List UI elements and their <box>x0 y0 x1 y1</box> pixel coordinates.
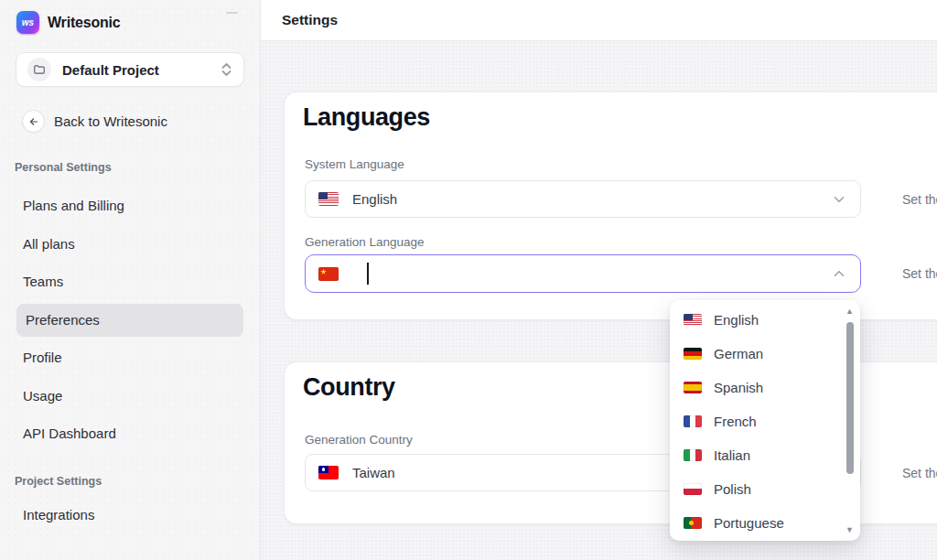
italy-flag-icon <box>684 449 702 462</box>
language-option-italian[interactable]: Italian <box>670 438 860 472</box>
poland-flag-icon <box>684 483 702 496</box>
dropdown-scrollbar[interactable]: ▲ ▼ <box>844 307 856 534</box>
germany-flag-icon <box>684 348 702 361</box>
project-settings-nav: Integrations <box>0 499 260 532</box>
france-flag-icon <box>684 415 702 428</box>
language-option-french[interactable]: French <box>670 404 860 438</box>
languages-card: Languages System Language English Set th… <box>284 92 937 320</box>
language-option-english[interactable]: English <box>670 303 860 337</box>
sidebar-item-teams[interactable]: Teams <box>16 265 243 298</box>
generation-language-label: Generation Language <box>305 235 425 249</box>
personal-settings-nav: Plans and Billing All plans Teams Prefer… <box>0 189 260 450</box>
sidebar-item-profile[interactable]: Profile <box>16 341 243 374</box>
scroll-down-icon[interactable]: ▼ <box>845 525 854 534</box>
writesonic-logo-icon: ws <box>16 11 39 34</box>
sidebar-collapse-handle[interactable] <box>226 12 238 14</box>
language-option-label: Italian <box>714 447 750 463</box>
system-language-description: Set the d <box>902 192 937 207</box>
portugal-flag-icon <box>684 517 702 530</box>
brand-name: Writesonic <box>48 15 121 31</box>
generation-language-description: Set the d <box>902 266 937 281</box>
china-flag-icon <box>318 267 339 281</box>
section-label-project-settings: Project Settings <box>15 475 260 488</box>
system-language-label: System Language <box>305 157 404 171</box>
page-title: Settings <box>282 12 338 28</box>
language-option-label: Polish <box>714 481 751 497</box>
back-to-writesonic-button[interactable]: Back to Writesonic <box>22 110 260 133</box>
text-cursor <box>367 263 369 285</box>
country-card-title: Country <box>303 373 395 402</box>
scroll-up-icon[interactable]: ▲ <box>845 307 854 316</box>
chevron-down-icon <box>831 191 847 208</box>
generation-country-label: Generation Country <box>305 433 413 447</box>
section-label-personal-settings: Personal Settings <box>15 161 260 174</box>
arrow-left-icon <box>22 110 45 133</box>
app-root: ws Writesonic Default Project Back to Wr… <box>0 0 937 560</box>
sidebar-item-integrations[interactable]: Integrations <box>16 499 243 532</box>
sidebar-item-usage[interactable]: Usage <box>16 380 243 413</box>
sidebar-item-all-plans[interactable]: All plans <box>16 228 243 261</box>
language-option-portuguese[interactable]: Portuguese <box>670 506 860 540</box>
logo-monogram: ws <box>22 17 34 27</box>
settings-content: Languages System Language English Set th… <box>261 41 937 560</box>
language-option-label: Portuguese <box>714 515 784 531</box>
chevron-up-icon <box>831 265 847 282</box>
us-flag-icon <box>684 314 702 327</box>
language-option-german[interactable]: German <box>670 337 860 371</box>
us-flag-icon <box>318 192 339 206</box>
language-option-label: English <box>714 312 759 328</box>
project-name: Default Project <box>62 62 159 78</box>
folder-icon <box>27 58 51 81</box>
main-header: Settings <box>261 0 937 41</box>
language-option-label: French <box>714 414 757 429</box>
spain-flag-icon <box>684 382 702 394</box>
chevron-updown-icon <box>221 62 232 77</box>
language-dropdown: English German Spanish French <box>670 300 860 541</box>
scrollbar-thumb[interactable] <box>846 322 854 474</box>
system-language-value: English <box>352 191 397 207</box>
back-label: Back to Writesonic <box>54 113 167 129</box>
main-area: Settings Languages System Language Engli… <box>261 0 937 560</box>
generation-country-description: Set the d <box>902 466 937 480</box>
generation-language-input[interactable] <box>305 254 861 293</box>
logo-row: ws Writesonic <box>0 0 260 37</box>
language-option-label: German <box>714 346 763 361</box>
taiwan-flag-icon <box>318 466 339 479</box>
language-option-list: English German Spanish French <box>670 303 860 540</box>
language-option-spanish[interactable]: Spanish <box>670 371 860 404</box>
sidebar-item-api-dashboard[interactable]: API Dashboard <box>16 417 243 450</box>
sidebar: ws Writesonic Default Project Back to Wr… <box>0 0 261 560</box>
sidebar-item-preferences[interactable]: Preferences <box>16 304 243 337</box>
generation-country-value: Taiwan <box>352 465 395 480</box>
language-option-label: Spanish <box>714 380 763 395</box>
languages-card-title: Languages <box>303 103 430 132</box>
sidebar-item-plans-and-billing[interactable]: Plans and Billing <box>16 189 243 222</box>
project-selector[interactable]: Default Project <box>16 52 244 87</box>
language-option-polish[interactable]: Polish <box>670 472 860 506</box>
system-language-select[interactable]: English <box>305 180 861 218</box>
